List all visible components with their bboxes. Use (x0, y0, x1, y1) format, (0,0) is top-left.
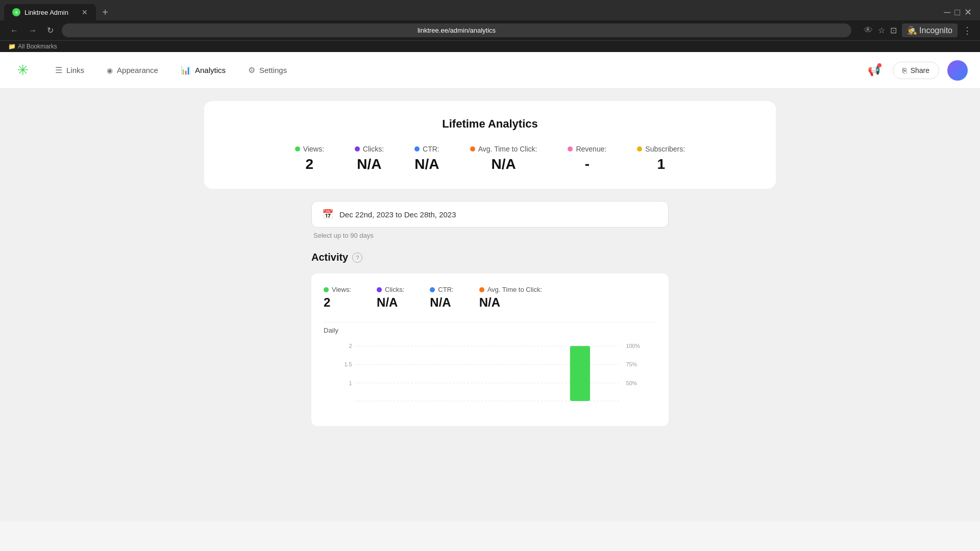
avatar[interactable] (947, 60, 968, 81)
svg-text:1.5: 1.5 (345, 361, 352, 367)
metric-clicks-label: Clicks: (355, 145, 384, 153)
metric-avg-time-label: Avg. Time to Click: (470, 145, 537, 153)
nav-appearance-label: Appearance (117, 66, 158, 74)
new-tab-btn[interactable]: + (98, 5, 112, 19)
metric-views-value: 2 (295, 156, 324, 172)
activity-metric-clicks: Clicks: N/A (377, 286, 404, 310)
activity-avg-time-value: N/A (479, 295, 542, 310)
act-ctr-dot (430, 287, 435, 292)
nav-forward-btn[interactable]: → (27, 24, 39, 37)
tab-close-btn[interactable]: ✕ (82, 8, 88, 16)
nav-refresh-btn[interactable]: ↻ (45, 23, 56, 37)
metric-views-label: Views: (295, 145, 324, 153)
nav-logo[interactable]: ✳ (12, 60, 33, 81)
help-icon[interactable]: ? (352, 253, 362, 263)
ctr-dot (414, 146, 420, 152)
chart-section: Daily 2 1.5 1 (324, 322, 656, 414)
metric-ctr: CTR: N/A (414, 145, 439, 172)
incognito-label: Incognito (919, 26, 952, 35)
tab-title: Linktree Admin (24, 9, 68, 16)
date-picker[interactable]: 📅 Dec 22nd, 2023 to Dec 28th, 2023 (311, 201, 669, 228)
activity-header: Activity ? (311, 252, 669, 263)
svg-text:1: 1 (349, 380, 352, 386)
links-icon: ☰ (55, 65, 62, 75)
metric-views: Views: 2 (295, 145, 324, 172)
nav-right: 📢 ⎘ Share (864, 60, 968, 81)
share-label: Share (911, 66, 929, 74)
bookmarks-label[interactable]: All Bookmarks (18, 43, 57, 50)
analytics-icon: 📊 (181, 65, 191, 75)
share-btn[interactable]: ⎘ Share (893, 62, 939, 79)
nav-links-label: Links (66, 66, 84, 74)
activity-card: Views: 2 Clicks: N/A (311, 273, 669, 426)
activity-title: Activity (311, 252, 348, 263)
share-icon: ⎘ (902, 66, 906, 74)
activity-metric-views: Views: 2 (324, 286, 351, 310)
eye-slash-icon: 👁 (864, 25, 873, 36)
nav-item-appearance[interactable]: ◉ Appearance (96, 62, 168, 79)
window-close-btn[interactable]: ✕ (964, 7, 972, 18)
act-clicks-dot (377, 287, 382, 292)
chart-wrapper: 2 1.5 1 100% 75% 50% (340, 340, 640, 414)
clicks-dot (355, 146, 360, 152)
nav-analytics-label: Analytics (195, 66, 226, 74)
metric-revenue-label: Revenue: (568, 145, 606, 153)
metric-revenue-value: - (568, 156, 606, 172)
activity-section: Activity ? Views: 2 (311, 252, 669, 426)
metric-avg-time-value: N/A (470, 156, 537, 172)
metric-avg-time: Avg. Time to Click: N/A (470, 145, 537, 172)
avg-time-dot (470, 146, 475, 152)
extension-icon[interactable]: ⊡ (890, 26, 897, 35)
tab-favicon (12, 8, 20, 16)
metric-subscribers-value: 1 (637, 156, 685, 172)
calendar-icon: 📅 (322, 209, 333, 220)
window-maximize-btn[interactable]: □ (954, 7, 960, 18)
chart-svg: 2 1.5 1 100% 75% 50% (340, 340, 640, 412)
browser-actions: 👁 ☆ ⊡ 🕵 Incognito ⋮ (864, 23, 972, 37)
metric-clicks: Clicks: N/A (355, 145, 384, 172)
metric-clicks-value: N/A (355, 156, 384, 172)
nav-items: ☰ Links ◉ Appearance 📊 Analytics ⚙ Setti… (45, 61, 864, 79)
app-container: ✳ ☰ Links ◉ Appearance 📊 Analytics ⚙ Set… (0, 52, 980, 521)
nav-item-settings[interactable]: ⚙ Settings (238, 61, 297, 79)
act-avg-time-dot (479, 287, 484, 292)
lifetime-analytics-title: Lifetime Analytics (225, 117, 755, 131)
activity-views-value: 2 (324, 295, 351, 310)
svg-text:75%: 75% (626, 361, 638, 367)
activity-metric-avg-time: Avg. Time to Click: N/A (479, 286, 542, 310)
top-nav: ✳ ☰ Links ◉ Appearance 📊 Analytics ⚙ Set… (0, 52, 980, 89)
activity-views-label: Views: (324, 286, 351, 293)
revenue-dot (568, 146, 573, 152)
bookmark-icon[interactable]: ☆ (878, 26, 885, 35)
address-input[interactable] (62, 23, 851, 37)
lifetime-analytics-card: Lifetime Analytics Views: 2 Clicks: N/A (204, 101, 776, 189)
svg-text:2: 2 (349, 343, 352, 349)
subscribers-dot (637, 146, 642, 152)
date-range-text: Dec 22nd, 2023 to Dec 28th, 2023 (339, 210, 456, 219)
activity-metrics: Views: 2 Clicks: N/A (324, 286, 656, 310)
nav-back-btn[interactable]: ← (8, 24, 20, 37)
date-hint: Select up to 90 days (311, 232, 669, 239)
incognito-icon: 🕵 (907, 26, 917, 35)
activity-metric-ctr: CTR: N/A (430, 286, 453, 310)
metric-subscribers: Subscribers: 1 (637, 145, 685, 172)
svg-text:50%: 50% (626, 380, 638, 386)
browser-tab-bar: Linktree Admin ✕ + ─ □ ✕ (0, 0, 980, 20)
linktree-logo-icon: ✳ (17, 62, 29, 79)
date-range-section: 📅 Dec 22nd, 2023 to Dec 28th, 2023 Selec… (311, 201, 669, 239)
menu-icon[interactable]: ⋮ (963, 25, 972, 36)
notification-btn[interactable]: 📢 (864, 60, 885, 81)
window-minimize-btn[interactable]: ─ (944, 7, 950, 18)
incognito-badge: 🕵 Incognito (902, 23, 958, 37)
views-dot (295, 146, 300, 152)
chart-label: Daily (324, 327, 656, 334)
nav-item-analytics[interactable]: 📊 Analytics (170, 61, 236, 79)
metric-ctr-label: CTR: (414, 145, 439, 153)
browser-chrome: Linktree Admin ✕ + ─ □ ✕ ← → ↻ 👁 ☆ ⊡ 🕵 I… (0, 0, 980, 52)
browser-tab-active[interactable]: Linktree Admin ✕ (4, 4, 96, 20)
activity-clicks-label: Clicks: (377, 286, 404, 293)
notification-dot (877, 63, 881, 67)
chart-bar-6 (570, 346, 590, 401)
nav-item-links[interactable]: ☰ Links (45, 61, 94, 79)
act-views-dot (324, 287, 329, 292)
